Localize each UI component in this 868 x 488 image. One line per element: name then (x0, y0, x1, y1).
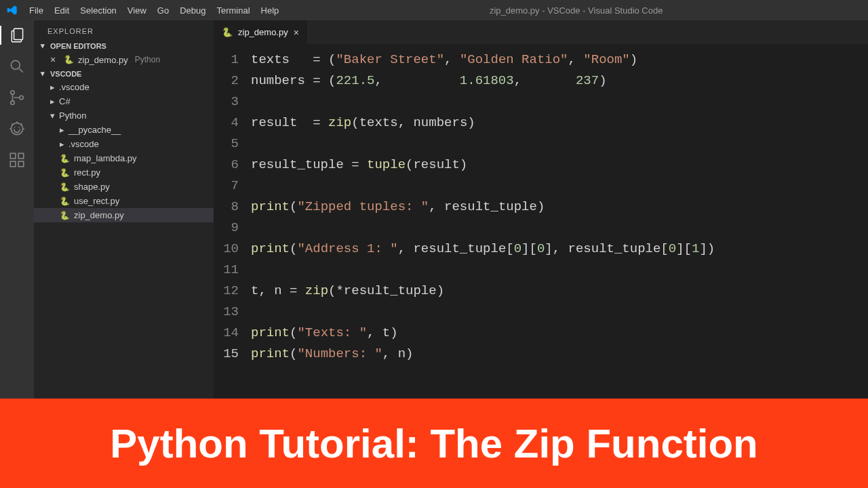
folder-csharp[interactable]: ▸C# (34, 94, 214, 108)
menu-view[interactable]: View (122, 5, 152, 16)
editor-area: 🐍 zip_demo.py × 1 2 3 4 5 6 7 8 9 10 (214, 20, 868, 399)
vscode-logo-icon (0, 5, 24, 16)
svg-rect-6 (10, 153, 16, 159)
menu-go[interactable]: Go (152, 5, 174, 16)
python-file-icon: 🐍 (222, 27, 233, 37)
code-content[interactable]: texts = ("Baker Street", "Golden Ratio",… (251, 49, 868, 399)
menu-help[interactable]: Help (256, 5, 285, 16)
titlebar: File Edit Selection View Go Debug Termin… (0, 0, 868, 20)
menu-edit[interactable]: Edit (49, 5, 75, 16)
editor-tabs: 🐍 zip_demo.py × (214, 20, 868, 44)
svg-rect-0 (14, 28, 23, 39)
svg-point-4 (20, 96, 23, 99)
menu-file[interactable]: File (24, 5, 49, 16)
activity-bar (0, 20, 34, 399)
svg-point-3 (11, 101, 14, 104)
svg-point-2 (11, 91, 14, 94)
file-rect[interactable]: 🐍rect.py (34, 165, 214, 180)
open-file-name: zip_demo.py (78, 55, 128, 65)
file-use-rect[interactable]: 🐍use_rect.py (34, 194, 214, 208)
main-area: EXPLORER ▾OPEN EDITORS × 🐍 zip_demo.py P… (0, 20, 868, 399)
menu-debug[interactable]: Debug (174, 5, 211, 16)
file-map-lambda[interactable]: 🐍map_lambda.py (34, 151, 214, 165)
sidebar-explorer: EXPLORER ▾OPEN EDITORS × 🐍 zip_demo.py P… (34, 20, 214, 399)
search-icon[interactable] (7, 57, 26, 76)
open-editor-item[interactable]: × 🐍 zip_demo.py Python (34, 52, 214, 67)
code-editor[interactable]: 1 2 3 4 5 6 7 8 9 10 11 12 13 14 15 text… (214, 44, 868, 399)
window-title: zip_demo.py - VSCode - Visual Studio Cod… (284, 5, 868, 16)
python-file-icon: 🐍 (60, 154, 70, 163)
workspace-section[interactable]: ▾VSCODE (34, 67, 214, 80)
tab-zip-demo[interactable]: 🐍 zip_demo.py × (214, 20, 308, 44)
open-file-lang: Python (135, 55, 160, 64)
debug-icon[interactable] (7, 119, 26, 138)
folder-vscode-sub[interactable]: ▸.vscode (34, 137, 214, 151)
explorer-header: EXPLORER (34, 20, 214, 39)
explorer-icon[interactable] (0, 26, 34, 45)
open-editors-section[interactable]: ▾OPEN EDITORS (34, 39, 214, 52)
vscode-window: File Edit Selection View Go Debug Termin… (0, 0, 868, 488)
menu-terminal[interactable]: Terminal (211, 5, 255, 16)
source-control-icon[interactable] (7, 88, 26, 107)
python-file-icon: 🐍 (60, 211, 70, 220)
line-gutter: 1 2 3 4 5 6 7 8 9 10 11 12 13 14 15 (214, 49, 251, 399)
svg-point-1 (11, 60, 20, 69)
svg-rect-8 (18, 161, 24, 167)
banner-title: Python Tutorial: The Zip Function (110, 420, 757, 467)
python-file-icon: 🐍 (64, 55, 74, 64)
python-file-icon: 🐍 (60, 168, 70, 178)
close-icon[interactable]: × (50, 54, 60, 65)
tab-label: zip_demo.py (238, 27, 288, 37)
file-shape[interactable]: 🐍shape.py (34, 180, 214, 194)
folder-pycache[interactable]: ▸__pycache__ (34, 123, 214, 137)
folder-vscode[interactable]: ▸.vscode (34, 80, 214, 94)
svg-rect-9 (18, 153, 24, 159)
tutorial-banner: Python Tutorial: The Zip Function (0, 399, 868, 488)
python-file-icon: 🐍 (60, 197, 70, 206)
file-zip-demo[interactable]: 🐍zip_demo.py (34, 208, 214, 222)
menu-bar: File Edit Selection View Go Debug Termin… (24, 5, 284, 16)
folder-python[interactable]: ▾Python (34, 108, 214, 123)
svg-rect-7 (10, 161, 16, 167)
menu-selection[interactable]: Selection (75, 5, 121, 16)
extensions-icon[interactable] (7, 150, 26, 169)
python-file-icon: 🐍 (60, 182, 70, 192)
close-icon[interactable]: × (294, 27, 299, 38)
